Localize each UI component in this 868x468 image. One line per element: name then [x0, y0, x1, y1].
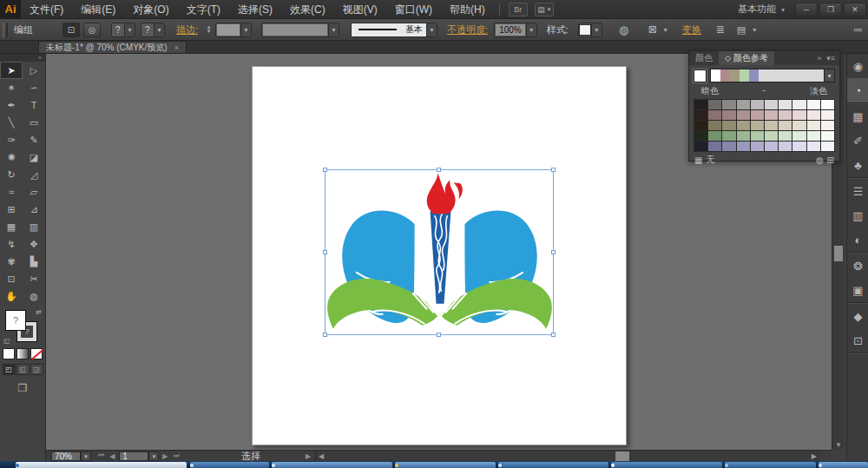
- color-swatch[interactable]: [737, 100, 750, 109]
- color-swatch[interactable]: [737, 131, 750, 141]
- color-swatch[interactable]: [792, 100, 806, 109]
- align-icon[interactable]: ≣: [712, 23, 729, 37]
- color-swatch[interactable]: [779, 131, 792, 141]
- stroke-color-dropdown[interactable]: ?▼: [141, 23, 165, 37]
- color-swatch[interactable]: [722, 100, 735, 109]
- tool-button[interactable]: ▦: [0, 218, 23, 235]
- color-swatch[interactable]: [765, 110, 778, 120]
- selection-bounding-box[interactable]: [325, 169, 554, 335]
- color-swatch[interactable]: [821, 121, 834, 130]
- transform-link[interactable]: 变换: [682, 23, 701, 36]
- tool-button[interactable]: ▥: [23, 218, 45, 235]
- zoom-dropdown-icon[interactable]: ▼: [81, 452, 91, 461]
- window-control-button[interactable]: ─: [795, 3, 818, 16]
- color-swatch[interactable]: [694, 121, 707, 130]
- tool-button[interactable]: ✂: [23, 270, 45, 287]
- tool-button[interactable]: ╲: [0, 114, 23, 131]
- width-profile-dropdown[interactable]: ▼: [261, 23, 339, 37]
- color-swatch[interactable]: [694, 110, 707, 120]
- color-swatch[interactable]: [792, 142, 806, 151]
- tool-button[interactable]: ↯: [0, 235, 23, 253]
- scroll-down-icon[interactable]: ▼: [832, 441, 845, 449]
- color-swatch[interactable]: [751, 121, 764, 130]
- color-swatch[interactable]: [807, 131, 820, 141]
- base-color-swatch[interactable]: [694, 69, 707, 82]
- color-swatch[interactable]: [821, 131, 834, 141]
- color-swatch[interactable]: [765, 100, 778, 109]
- color-swatch[interactable]: [708, 100, 721, 109]
- color-swatch[interactable]: [807, 110, 820, 120]
- selection-handle[interactable]: [323, 333, 327, 337]
- color-swatch[interactable]: [737, 110, 750, 120]
- tool-button[interactable]: ⊞: [0, 201, 23, 218]
- selection-handle[interactable]: [323, 168, 327, 172]
- color-swatch[interactable]: [765, 131, 778, 141]
- scroll-left-icon[interactable]: ◀: [319, 452, 324, 460]
- color-swatch[interactable]: [779, 142, 792, 151]
- tool-button[interactable]: ✒: [0, 96, 23, 114]
- taskbar-button[interactable]: [16, 462, 187, 468]
- tool-button[interactable]: ➤: [0, 62, 23, 79]
- drawing-mode-button[interactable]: ◰: [3, 364, 16, 375]
- menu-item[interactable]: 效果(C): [281, 0, 334, 19]
- dock-panel-icon[interactable]: ⊡: [847, 328, 868, 353]
- color-swatch[interactable]: [737, 142, 750, 151]
- document-tab[interactable]: 未标题-1* @ 70% (CMYK/预览) ×: [38, 41, 187, 53]
- clipping-mask-dropdown[interactable]: ⊠▼: [645, 23, 671, 37]
- fill-stroke-proxy[interactable]: ? ? ⇄ ◱: [3, 308, 43, 345]
- menu-item[interactable]: 选择(S): [229, 0, 281, 19]
- artboard-number-field[interactable]: 1: [119, 452, 148, 461]
- color-swatch[interactable]: [779, 121, 792, 130]
- color-swatch[interactable]: [722, 142, 735, 151]
- screen-mode-button[interactable]: ❐: [15, 382, 30, 394]
- panel-toggle-icon[interactable]: ≔: [853, 24, 863, 36]
- next-artboard-icon[interactable]: ▶: [162, 452, 168, 460]
- bridge-icon[interactable]: Br: [509, 3, 528, 16]
- selection-handle[interactable]: [551, 333, 556, 337]
- taskbar-button[interactable]: [395, 462, 496, 468]
- color-swatch[interactable]: [751, 110, 764, 120]
- swap-fill-stroke-icon[interactable]: ⇄: [36, 308, 42, 316]
- opacity-dropdown[interactable]: 100%▼: [494, 23, 537, 37]
- taskbar-button[interactable]: [272, 462, 392, 468]
- color-swatch[interactable]: [751, 131, 764, 141]
- color-swatch[interactable]: [765, 121, 778, 130]
- panel-menu-icon[interactable]: ▾≡: [826, 54, 835, 63]
- bounding-box-icon[interactable]: ⊡: [62, 23, 80, 37]
- tool-button[interactable]: ▱: [23, 183, 45, 201]
- tool-button[interactable]: ✑: [0, 131, 23, 148]
- color-swatch[interactable]: [765, 142, 778, 151]
- color-swatch[interactable]: [821, 110, 834, 120]
- artboard-dropdown-icon[interactable]: ▼: [148, 452, 159, 461]
- tool-button[interactable]: ◪: [23, 148, 45, 166]
- menu-item[interactable]: 窗口(W): [386, 0, 441, 19]
- color-swatch[interactable]: [722, 131, 735, 141]
- arrange-documents-icon[interactable]: ▤▾: [535, 3, 554, 16]
- dock-panel-icon[interactable]: ◆: [847, 304, 868, 328]
- tool-button[interactable]: ⊡: [0, 270, 23, 287]
- save-color-group-icon[interactable]: ⊞: [827, 155, 834, 165]
- color-swatch[interactable]: [792, 121, 806, 130]
- last-artboard-icon[interactable]: ⏭: [174, 452, 180, 460]
- close-icon[interactable]: ×: [174, 43, 179, 52]
- color-swatch[interactable]: [779, 100, 792, 109]
- first-artboard-icon[interactable]: ⏮: [98, 452, 104, 460]
- workspace-switcher[interactable]: 基本功能▾: [738, 3, 785, 16]
- color-swatch[interactable]: [792, 110, 806, 120]
- color-swatch[interactable]: [792, 131, 806, 141]
- opacity-link[interactable]: 不透明度:: [447, 23, 488, 36]
- tool-button[interactable]: ∽: [23, 79, 45, 96]
- tool-button[interactable]: ◍: [23, 287, 45, 305]
- menu-item[interactable]: 帮助(H): [441, 0, 494, 19]
- drawing-mode-button[interactable]: ◲: [30, 364, 43, 375]
- color-swatch[interactable]: [722, 121, 735, 130]
- arrange-dropdown[interactable]: ▤▼: [733, 23, 760, 37]
- tool-button[interactable]: ⊿: [23, 201, 45, 218]
- color-swatch[interactable]: [694, 100, 707, 109]
- style-dropdown[interactable]: ▼: [578, 23, 602, 37]
- color-swatch[interactable]: [821, 142, 834, 151]
- gradient-button[interactable]: [16, 348, 29, 359]
- color-swatch[interactable]: [708, 142, 721, 151]
- zoom-level-field[interactable]: 70%: [51, 452, 81, 461]
- dock-panel-icon[interactable]: ◔: [847, 78, 868, 102]
